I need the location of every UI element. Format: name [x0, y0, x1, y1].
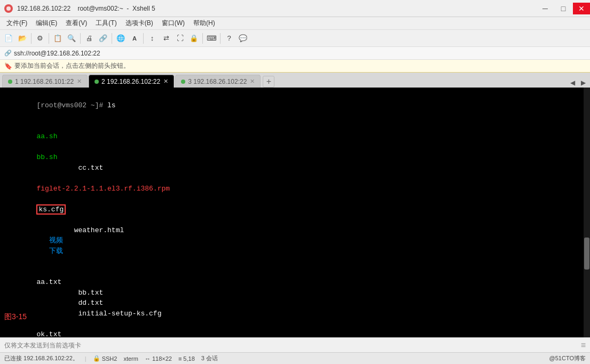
terminal-type: xterm: [123, 355, 138, 362]
help-button[interactable]: ?: [223, 32, 235, 45]
position-status: ≡ 5,18: [178, 355, 195, 362]
ls-row-1: aa.sh bb.sh cc.txt figlet-2.2.1-1.1.el3.…: [3, 121, 580, 267]
connection-status-text: 已连接 192.168.26.102:22。: [4, 354, 78, 362]
blog-text: @51CTO博客: [549, 354, 586, 362]
status-sep-1: |: [85, 355, 86, 362]
terminal-wrapper: [root@vms002 ~]# ls aa.sh bb.sh cc.txt f…: [0, 88, 590, 337]
tab-3[interactable]: 3 192.168.26.102:22 ✕: [175, 75, 261, 88]
tab-bar: 1 192.168.26.101:22 ✕ 2 192.168.26.102:2…: [0, 73, 590, 88]
info-arrow-icon: 🔖: [4, 62, 12, 70]
menu-file[interactable]: 文件(F): [2, 18, 32, 29]
menu-view[interactable]: 查看(V): [61, 18, 91, 29]
find-button[interactable]: 🔍: [65, 32, 78, 45]
tab-2[interactable]: 2 192.168.26.102:22 ✕: [89, 75, 174, 88]
transfer2-button[interactable]: ⇄: [160, 32, 172, 45]
toolbar-sep-1: [31, 33, 32, 44]
config-button[interactable]: ⚙: [34, 32, 46, 45]
transfer1-button[interactable]: ↕: [146, 32, 159, 45]
keyboard-button[interactable]: ⌨: [205, 32, 218, 45]
size-text: 118×22: [152, 355, 172, 362]
copy-button[interactable]: 📋: [51, 32, 64, 45]
open-button[interactable]: 📂: [16, 32, 29, 45]
svg-point-0: [6, 6, 11, 11]
address-bar: 🔗 ssh://root@192.168.26.102:22: [0, 47, 590, 60]
tab-nav: ◀ ▶: [568, 78, 588, 88]
position-icon: ≡: [178, 355, 182, 362]
chat-button[interactable]: 💬: [237, 32, 249, 45]
menu-tools[interactable]: 工具(T): [91, 18, 121, 29]
font-button[interactable]: A: [128, 32, 141, 45]
status-right: @51CTO博客: [549, 354, 586, 362]
size-icon: ↔: [145, 355, 151, 362]
title-text: 192.168.26.102:22 root@vms002:~ - Xshell…: [17, 5, 586, 12]
session-button[interactable]: 🔗: [97, 32, 109, 45]
lock-button[interactable]: 🔒: [187, 32, 200, 45]
menu-window[interactable]: 窗口(W): [158, 18, 189, 29]
tab-2-label: 2 192.168.26.102:22: [101, 78, 160, 85]
menu-help[interactable]: 帮助(H): [189, 18, 219, 29]
lock-icon: 🔒: [93, 355, 100, 362]
tab-2-dot: [95, 80, 99, 84]
app-window: 192.168.26.102:22 root@vms002:~ - Xshell…: [0, 0, 590, 364]
term-text: xterm: [123, 355, 138, 362]
toolbar-sep-5: [143, 33, 144, 44]
new-session-button[interactable]: 📄: [2, 32, 15, 45]
scrollbar-thumb[interactable]: [584, 238, 589, 270]
globe-button[interactable]: 🌐: [114, 32, 127, 45]
figure-label: 图3-15: [4, 311, 27, 322]
sessions-status: 3 会话: [201, 354, 218, 362]
info-text: 要添加当前会话，点击左侧的箭头按钮。: [14, 61, 130, 70]
tab-prev-button[interactable]: ◀: [568, 78, 577, 88]
sessions-text: 3 会话: [201, 354, 218, 362]
new-tab-button[interactable]: +: [263, 76, 274, 88]
tab-1[interactable]: 1 192.168.26.101:22 ✕: [2, 75, 88, 88]
menu-bar: 文件(F) 编辑(E) 查看(V) 工具(T) 选项卡(B) 窗口(W) 帮助(…: [0, 17, 590, 30]
toolbar-sep-6: [202, 33, 203, 44]
bottom-menu-button[interactable]: ≡: [581, 341, 586, 350]
menu-tabs[interactable]: 选项卡(B): [121, 18, 158, 29]
send-input[interactable]: [4, 342, 581, 349]
title-appname: Xshell 5: [132, 5, 155, 12]
terminal[interactable]: [root@vms002 ~]# ls aa.sh bb.sh cc.txt f…: [0, 88, 584, 337]
tab-3-label: 3 192.168.26.102:22: [188, 78, 247, 85]
cmd-prompt-ls: [root@vms002 ~]# ls: [3, 90, 580, 121]
protocol-text: SSH2: [102, 355, 117, 362]
toolbar-sep-7: [220, 33, 221, 44]
toolbar-sep-4: [112, 33, 112, 44]
maximize-button[interactable]: □: [555, 3, 572, 14]
print-button[interactable]: 🖨: [83, 32, 96, 45]
terminal-scrollbar[interactable]: [584, 88, 590, 337]
app-icon: [4, 4, 13, 13]
connection-icon: 🔗: [4, 50, 12, 57]
tab-1-close[interactable]: ✕: [77, 78, 82, 85]
window-controls: ─ □ ✕: [537, 0, 590, 17]
bottom-bar: ≡: [0, 337, 590, 352]
close-button[interactable]: ✕: [573, 3, 590, 14]
tab-1-dot: [8, 80, 12, 84]
minimize-button[interactable]: ─: [537, 3, 554, 14]
tab-2-close[interactable]: ✕: [163, 78, 168, 85]
toolbar-sep-2: [49, 33, 49, 44]
menu-edit[interactable]: 编辑(E): [32, 18, 61, 29]
tab-next-button[interactable]: ▶: [578, 78, 588, 88]
toolbar-sep-3: [80, 33, 81, 44]
security-status: 🔒 SSH2: [93, 355, 117, 362]
connection-status: 已连接 192.168.26.102:22。: [4, 354, 78, 362]
tab-3-dot: [181, 80, 185, 84]
size-status: ↔ 118×22: [145, 355, 172, 362]
status-bar: 已连接 192.168.26.102:22。 | 🔒 SSH2 xterm ↔ …: [0, 352, 590, 364]
fullscreen-button[interactable]: ⛶: [174, 32, 186, 45]
position-text: 5,18: [183, 355, 194, 362]
info-bar: 🔖 要添加当前会话，点击左侧的箭头按钮。: [0, 60, 590, 73]
ls-row-2: aa.txt bb.txt dd.txt initial-setup-ks.cf…: [3, 267, 580, 338]
address-text: ssh://root@192.168.26.102:22: [14, 50, 100, 57]
toolbar: 📄 📂 ⚙ 📋 🔍 🖨 🔗 🌐 A ↕ ⇄ ⛶ 🔒 ⌨ ? 💬: [0, 30, 590, 47]
title-ip: 192.168.26.102:22: [17, 5, 70, 12]
tab-3-close[interactable]: ✕: [250, 78, 255, 85]
tab-1-label: 1 192.168.26.101:22: [15, 78, 74, 85]
title-user: root@vms002:~: [77, 5, 123, 12]
title-bar: 192.168.26.102:22 root@vms002:~ - Xshell…: [0, 0, 590, 17]
